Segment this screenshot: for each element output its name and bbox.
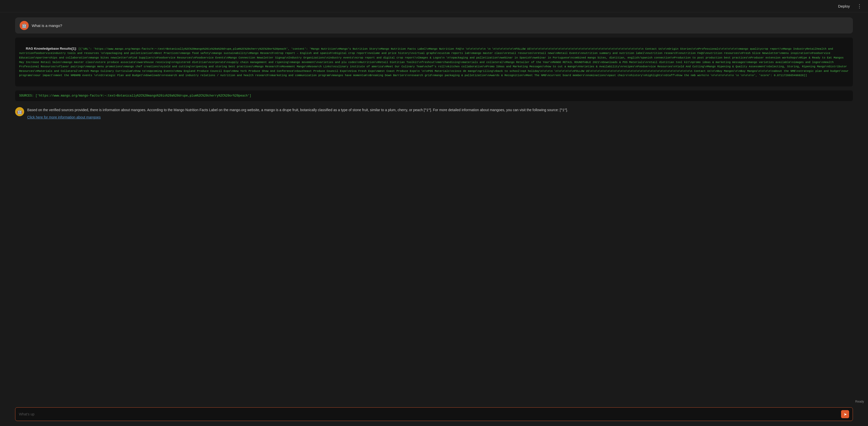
ready-status: Ready (855, 400, 864, 403)
more-options-button[interactable]: ⋮ (855, 2, 864, 10)
chat-container: 🤖 What is a mango? RAG Knowledgebase Res… (0, 12, 868, 399)
rag-label: RAG Knowledgebase Results[1]: (26, 47, 76, 50)
top-bar: Deploy ⋮ (0, 0, 868, 12)
input-wrapper: ➤ (15, 407, 853, 421)
answer-content: Based on the verified sources provided, … (27, 107, 853, 119)
sources-section: SOURCES: ['https://www.mango.org/mango-f… (15, 90, 853, 101)
deploy-button[interactable]: Deploy (836, 3, 852, 9)
bot-avatar-question: 🤖 (20, 21, 29, 30)
send-button[interactable]: ➤ (841, 410, 849, 418)
question-text: What is a mango? (32, 24, 62, 28)
send-icon: ➤ (844, 412, 847, 417)
answer-link[interactable]: Click here for more information about ma… (27, 115, 101, 119)
chat-input[interactable] (19, 412, 839, 416)
bot-icon: 🤖 (22, 23, 27, 28)
answer-text: Based on the verified sources provided, … (27, 107, 853, 113)
status-bar: Ready (0, 399, 868, 404)
rag-results-section: RAG Knowledgebase Results[1]: [{'URL': '… (15, 37, 853, 86)
input-area: ➤ (0, 404, 868, 426)
answer-section: 🤖 Based on the verified sources provided… (15, 105, 853, 121)
rag-content: [{'URL': 'https://www.mango.org/mango-fa… (19, 47, 850, 77)
bot-icon-answer: 🤖 (17, 109, 23, 114)
sources-text: SOURCES: ['https://www.mango.org/mango-f… (19, 94, 251, 97)
bot-avatar-answer: 🤖 (15, 107, 24, 116)
question-bubble: 🤖 What is a mango? (15, 18, 853, 33)
